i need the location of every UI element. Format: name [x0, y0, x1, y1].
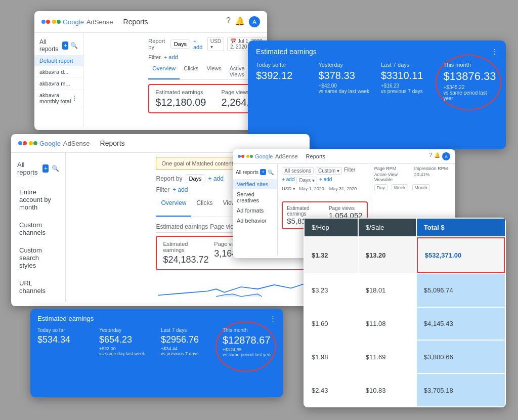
nav-custom-search[interactable]: Custom search styles [11, 241, 65, 274]
ml-logo-google: Google [39, 140, 61, 147]
cell-total: $5,096.74 [417, 274, 505, 307]
header-icons: ? 🔔 A [226, 16, 260, 27]
mr-nav-ad-formats[interactable]: Ad formats [233, 205, 277, 216]
cell-sale: $11.69 [359, 341, 416, 373]
mr-impression-rpm-label: Impression RPM [414, 166, 453, 171]
tab-views[interactable]: Views [203, 63, 226, 79]
cell-hop: $1.98 [305, 341, 358, 373]
ml-logo: Google AdSense [18, 140, 90, 147]
bottom-left-earnings-card: Estimated earnings ⋮ Today so far $534.3… [30, 309, 283, 397]
cell-sale: $10.83 [359, 374, 416, 406]
report-row-2[interactable]: akbavra m... [34, 78, 83, 90]
tab-clicks[interactable]: Clicks [180, 63, 202, 79]
search-icon[interactable]: 🔍 [70, 42, 78, 49]
ml-tab-overview[interactable]: Overview [156, 196, 191, 217]
days-dropdown[interactable]: Days [170, 39, 190, 49]
today-col: Today so far $392.12 [253, 60, 314, 103]
more-icon[interactable]: ⋮ [491, 48, 498, 56]
col-total: Total $ [417, 219, 505, 236]
mr-add-button[interactable]: + [260, 169, 266, 175]
last7days-col: Last 7 days $3310.11 +$16.23 vs previous… [378, 60, 439, 103]
report-row-3[interactable]: akbavra monthly total ⋮ [34, 90, 83, 107]
this-month-col: This month $13876.33 +$345.22 vs same pe… [441, 60, 501, 103]
logo-adsense: AdSense [85, 18, 113, 26]
table-row: $1.60 $11.08 $4,145.43 [305, 308, 505, 340]
nav-custom-channels[interactable]: Custom channels [11, 216, 65, 241]
ml-tab-clicks[interactable]: Clicks [191, 196, 218, 217]
mr-filter-add[interactable]: + add [282, 177, 294, 184]
cell-sale: $11.08 [359, 308, 416, 340]
mr-custom[interactable]: Custom ▾ [316, 167, 342, 175]
ml-earnings-metric: Estimated earnings $24,183.72 [163, 241, 209, 265]
all-reports-row: All reports + 🔍 [34, 36, 83, 55]
nav-entire-account[interactable]: Entire account by month [11, 183, 65, 216]
add-link[interactable]: + add [193, 38, 204, 50]
top-right-earnings-card: Estimated earnings ⋮ Today so far $392.1… [248, 40, 506, 149]
mr-date-range: USD ▾ May 1, 2020 – May 31, 2020 [282, 186, 367, 191]
nav-url-channels[interactable]: URL channels [11, 274, 65, 300]
col-sale: $/Sale [359, 219, 416, 236]
ml-all-reports-row: All reports + 🔍 [11, 158, 65, 179]
bl-earnings-grid: Today so far $534.34 Yesterday $654.23 +… [30, 325, 283, 359]
all-reports-label: All reports [39, 38, 60, 53]
ml-chart-area [156, 274, 310, 300]
logo-google: Google [63, 18, 84, 26]
report-row-1[interactable]: akbavra d... [34, 66, 83, 78]
mr-header: Google AdSense Reports ? 🔔 A [233, 149, 455, 164]
ml-search-icon[interactable]: 🔍 [52, 165, 59, 172]
bl-this-month-col: This month $12878.67 +$124.55 vs same pe… [220, 325, 279, 359]
mr-nav-ad-behavior[interactable]: Ad behavior [233, 216, 277, 226]
ml-header-title: Reports [100, 139, 125, 147]
ml-filter-add[interactable]: + add [172, 186, 188, 193]
add-report-button[interactable]: + [62, 41, 68, 50]
default-report-item[interactable]: Default report [34, 55, 83, 66]
bell-icon[interactable]: 🔔 [235, 16, 245, 27]
cell-hop: $3.23 [305, 274, 358, 307]
mr-bell-icon[interactable]: 🔔 [434, 152, 440, 160]
mr-logo-adsense: AdSense [274, 153, 297, 159]
mr-nav-served-creatives[interactable]: Served creatives [233, 189, 277, 205]
ml-days-dropdown[interactable]: Days [186, 174, 205, 183]
mr-search-icon[interactable]: 🔍 [268, 170, 274, 175]
avatar[interactable]: A [249, 16, 260, 27]
mr-logo: Google AdSense [238, 153, 298, 159]
yesterday-col: Yesterday $378.33 +$42.00 vs same day la… [316, 60, 376, 103]
mr-active-view-value: 20:41% [414, 172, 453, 182]
cell-total: $3,705.18 [417, 374, 505, 406]
ml-add-link[interactable]: + add [208, 175, 224, 182]
tab-overview[interactable]: Overview [148, 63, 180, 79]
col-hop: $/Hop [305, 219, 358, 236]
mr-week-tab[interactable]: Week [392, 184, 408, 191]
filter-add[interactable]: + add [164, 54, 178, 60]
tab-active-views[interactable]: Active Views [226, 63, 249, 79]
mr-days-add[interactable]: + add [319, 177, 332, 184]
estimated-earnings-label: Estimated earnings [155, 89, 206, 95]
earnings-title: Estimated earnings ⋮ [248, 40, 506, 60]
table-row: $1.32 $13.20 $532,371.00 [305, 237, 505, 273]
cell-hop: $1.60 [305, 308, 358, 340]
mr-nav-verified-sites[interactable]: Verified sites [233, 179, 277, 189]
mr-filter: Filter [344, 167, 355, 175]
mr-logo-google: Google [255, 153, 273, 159]
cell-total: $3,880.66 [417, 341, 505, 373]
table-row: $2.43 $10.83 $3,705.18 [305, 374, 505, 406]
usd-dropdown[interactable]: USD ▾ [207, 37, 224, 51]
bl-more-icon[interactable]: ⋮ [270, 315, 276, 322]
dots-menu-icon[interactable]: ⋮ [71, 94, 78, 102]
mr-avatar[interactable]: A [442, 152, 450, 160]
help-icon[interactable]: ? [226, 16, 231, 27]
cell-total: $4,145.43 [417, 308, 505, 340]
mr-help-icon[interactable]: ? [429, 152, 432, 160]
bl-yesterday-col: Yesterday $654.23 +$22.00 vs same day la… [96, 325, 156, 359]
mr-all-reports: All reports [236, 170, 258, 175]
mr-all-sessions[interactable]: All sessions [282, 167, 314, 175]
bl-earnings-title: Estimated earnings ⋮ [30, 309, 283, 325]
mr-month-tab[interactable]: Month [412, 184, 430, 191]
top-left-header: Google AdSense Reports ? 🔔 A [34, 11, 267, 33]
ml-add-button[interactable]: + [42, 164, 49, 173]
mr-day-tab[interactable]: Day [374, 184, 387, 191]
nav-verified-sites[interactable]: Verified sites [11, 300, 65, 306]
cell-total: $532,371.00 [417, 237, 505, 273]
table-row: $1.98 $11.69 $3,880.66 [305, 341, 505, 373]
mr-days[interactable]: Days ▾ [296, 177, 317, 184]
